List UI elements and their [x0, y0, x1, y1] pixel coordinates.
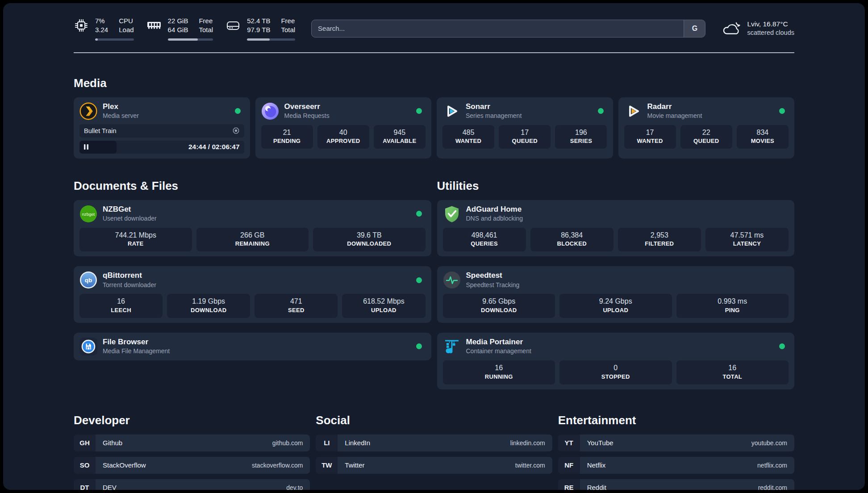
app-card-portainer[interactable]: Media Portainer Container management 16R…	[437, 333, 795, 389]
app-subtitle: Container management	[466, 347, 531, 355]
bookmark-link[interactable]: LILinkedInlinkedin.com	[316, 435, 552, 451]
app-card-sonarr[interactable]: Sonarr Series management 485WANTED17QUEU…	[437, 97, 613, 159]
bookmark-link[interactable]: YTYouTubeyoutube.com	[558, 435, 794, 451]
bookmark-body: YouTubeyoutube.com	[580, 435, 794, 451]
bookmark-name: Twitter	[345, 461, 364, 469]
stat-label: QUERIES	[446, 240, 523, 248]
app-card-adguard[interactable]: AdGuard Home DNS and adblocking 498,461Q…	[437, 200, 795, 257]
app-card-speedtest[interactable]: Speedtest Speedtest Tracking 9.65 GbpsDO…	[437, 266, 795, 323]
stats-row: 498,461QUERIES86,384BLOCKED2,953FILTERED…	[443, 228, 789, 252]
weather-location: Lviv, 16.87°C	[747, 20, 794, 29]
bookmark-name: DEV	[103, 484, 117, 490]
player-progress-bar[interactable]: 24:44 / 02:06:47	[79, 141, 244, 154]
section-social: Social LILinkedInlinkedin.comTWTwittertw…	[316, 414, 552, 490]
bookmark-url: linkedin.com	[510, 439, 545, 447]
bookmark-url: stackoverflow.com	[252, 462, 303, 469]
status-online-dot	[235, 108, 241, 114]
app-name: NZBGet	[103, 205, 157, 214]
stat-tile: 266 GBREMAINING	[196, 228, 309, 252]
stat-tile: 744.21 MbpsRATE	[79, 228, 192, 252]
app-card-overseerr[interactable]: Overseerr Media Requests 21PENDING40APPR…	[255, 97, 432, 159]
stat-tile: 86,384BLOCKED	[530, 228, 613, 252]
app-card-filebrowser[interactable]: File Browser Media File Management	[74, 333, 431, 360]
memory-usage-widget: 22 GiB64 GiB FreeTotal	[146, 17, 213, 41]
stat-value: 22	[683, 128, 730, 138]
stat-value: 1.19 Gbps	[170, 297, 247, 306]
stat-value: 9.65 Gbps	[446, 297, 553, 306]
storage-progress-track	[247, 38, 295, 41]
bookmark-url: github.com	[272, 439, 303, 447]
memory-progress-fill	[168, 38, 198, 41]
adguard-shield-icon	[443, 205, 461, 223]
bookmark-body: Twittertwitter.com	[338, 457, 552, 474]
app-card-plex[interactable]: Plex Media server Bullet Train	[74, 97, 250, 159]
bookmark-url: dev.to	[286, 484, 303, 490]
bookmark-abbr: DT	[74, 479, 96, 490]
app-subtitle: Speedtest Tracking	[466, 281, 520, 289]
stat-label: APPROVED	[320, 138, 367, 145]
bookmark-name: Github	[103, 439, 122, 447]
stat-label: REMAINING	[199, 240, 306, 248]
now-playing-title-row: Bullet Train	[79, 124, 244, 138]
section-title-social: Social	[316, 414, 552, 427]
search-bar: G	[311, 20, 705, 38]
stat-tile: 1.19 GbpsDOWNLOAD	[167, 294, 250, 318]
section-utilities: Utilities AdGuard Home DNS and adblockin…	[437, 179, 795, 389]
app-name: AdGuard Home	[466, 205, 523, 214]
cpu-progress-track	[95, 38, 134, 41]
stat-value: 471	[257, 297, 335, 306]
stat-tile: 0.993 msPING	[676, 294, 789, 318]
stat-tile: 39.6 TBDOWNLOADED	[313, 228, 426, 252]
bookmark-link[interactable]: SOStackOverflowstackoverflow.com	[74, 457, 310, 474]
stat-value: 498,461	[446, 231, 523, 240]
bookmark-link[interactable]: RERedditreddit.com	[558, 479, 794, 490]
stat-label: QUEUED	[683, 138, 730, 145]
app-subtitle: DNS and adblocking	[466, 215, 523, 223]
stat-label: PING	[679, 307, 786, 314]
bookmark-abbr: GH	[74, 435, 96, 451]
stat-label: RUNNING	[446, 373, 553, 381]
search-input[interactable]	[312, 20, 684, 37]
stats-row: 21PENDING40APPROVED945AVAILABLE	[261, 125, 426, 149]
stats-row: 17WANTED22QUEUED834MOVIES	[624, 125, 789, 149]
app-name: qBittorrent	[103, 271, 156, 280]
stat-value: 16	[679, 363, 786, 373]
bookmark-abbr: LI	[316, 435, 338, 451]
stat-label: UPLOAD	[562, 307, 669, 314]
bookmark-link[interactable]: GHGithubgithub.com	[74, 435, 310, 451]
now-playing-title: Bullet Train	[84, 127, 117, 134]
app-name: Radarr	[647, 102, 702, 111]
app-subtitle: Torrent downloader	[103, 281, 156, 289]
bookmark-link[interactable]: TWTwittertwitter.com	[316, 457, 552, 474]
storage-labels: FreeTotal	[281, 17, 295, 35]
stat-value: 21	[264, 128, 310, 138]
bookmark-name: LinkedIn	[345, 439, 370, 447]
stat-label: DOWNLOADED	[316, 240, 423, 248]
weather-condition: scattered clouds	[747, 29, 794, 38]
bookmark-body: Netflixnetflix.com	[580, 457, 794, 474]
app-card-radarr[interactable]: Radarr Movie management 17WANTED22QUEUED…	[618, 97, 795, 159]
app-subtitle: Movie management	[647, 112, 702, 120]
session-device-icon	[232, 127, 240, 134]
status-online-dot	[416, 108, 422, 114]
bookmark-abbr: YT	[558, 435, 580, 451]
bookmark-link[interactable]: NFNetflixnetflix.com	[558, 457, 794, 474]
stat-label: SEED	[257, 307, 335, 314]
cpu-values: 7%3.24	[95, 17, 108, 35]
search-engine-button[interactable]: G	[684, 20, 705, 37]
bookmark-name: Netflix	[587, 461, 606, 469]
storage-usage-widget: 52.4 TB97.9 TB FreeTotal	[225, 17, 295, 41]
cpu-usage-widget: 7%3.24 CPULoad	[74, 17, 134, 41]
pause-button[interactable]	[83, 144, 89, 150]
app-subtitle: Series management	[466, 112, 522, 120]
app-card-qbittorrent[interactable]: qb qBittorrent Torrent downloader 16LEEC…	[74, 266, 431, 323]
bookmark-body: LinkedInlinkedin.com	[338, 435, 552, 451]
stat-value: 9.24 Gbps	[562, 297, 669, 306]
app-card-nzbget[interactable]: nzbget NZBGet Usenet downloader 744.21 M…	[74, 200, 431, 257]
nzbget-icon: nzbget	[79, 205, 97, 223]
bookmark-link[interactable]: DTDEVdev.to	[74, 479, 310, 490]
storage-progress-fill	[247, 38, 270, 41]
stat-tile: 2,953FILTERED	[618, 228, 701, 252]
top-bar: 7%3.24 CPULoad 22 GiB64 GiB	[74, 3, 794, 41]
stat-label: SERIES	[558, 138, 604, 145]
